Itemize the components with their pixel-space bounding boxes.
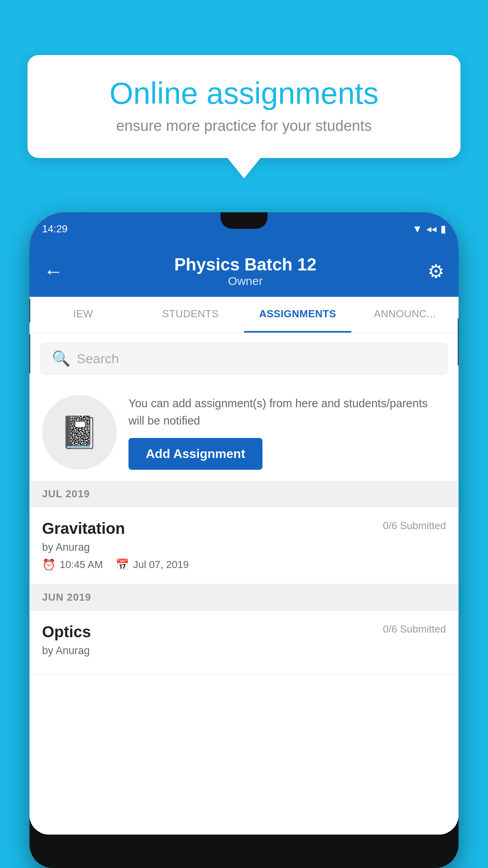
speech-bubble: Online assignments ensure more practice … — [28, 55, 460, 158]
speech-bubble-container: Online assignments ensure more practice … — [28, 55, 460, 178]
speech-bubble-tail — [227, 158, 261, 178]
assignment-date: 📅 Jul 07, 2019 — [116, 558, 189, 571]
assignment-row-top: Gravitation 0/6 Submitted — [42, 520, 446, 537]
tab-announcements[interactable]: ANNOUNC... — [351, 297, 459, 333]
tab-iew[interactable]: IEW — [29, 297, 137, 333]
wifi-icon: ▼ — [412, 223, 422, 235]
assignment-optics[interactable]: Optics 0/6 Submitted by Anurag — [29, 611, 459, 675]
assignment-name-optics: Optics — [42, 623, 91, 641]
tabs-container: IEW STUDENTS ASSIGNMENTS ANNOUNC... — [29, 297, 459, 333]
promo-section: 📓 You can add assignment(s) from here an… — [29, 384, 459, 481]
promo-icon-circle: 📓 — [42, 395, 117, 470]
status-icons: ▼ ◂◂ ▮ — [412, 223, 446, 235]
phone-power-button — [458, 318, 459, 366]
settings-icon[interactable]: ⚙ — [427, 260, 444, 282]
assignment-name: Gravitation — [42, 520, 125, 537]
phone-volume-up-button — [29, 299, 30, 322]
search-container: 🔍 Search — [29, 333, 459, 384]
phone-frame: 14:29 ▼ ◂◂ ▮ ← Physics Batch 12 Owner ⚙ … — [29, 212, 459, 868]
app-bar-subtitle: Owner — [63, 274, 427, 288]
tab-students[interactable]: STUDENTS — [137, 297, 244, 333]
signal-icon: ◂◂ — [426, 223, 437, 235]
phone-notch — [220, 212, 268, 229]
assignment-submitted: 0/6 Submitted — [383, 520, 446, 532]
clock-icon: ⏰ — [42, 558, 56, 571]
status-bar: 14:29 ▼ ◂◂ ▮ — [29, 212, 459, 246]
app-bar-title: Physics Batch 12 — [63, 255, 427, 274]
speech-bubble-subtitle: ensure more practice for your students — [53, 118, 435, 134]
assignment-gravitation[interactable]: Gravitation 0/6 Submitted by Anurag ⏰ 10… — [29, 507, 459, 584]
search-icon: 🔍 — [52, 350, 70, 367]
section-jul-2019: JUL 2019 — [29, 481, 459, 507]
promo-text: You can add assignment(s) from here and … — [128, 395, 446, 429]
battery-icon: ▮ — [440, 223, 446, 235]
calendar-icon: 📅 — [116, 558, 129, 571]
add-assignment-button[interactable]: Add Assignment — [128, 438, 262, 470]
date-value: Jul 07, 2019 — [133, 559, 189, 571]
content-area: 🔍 Search 📓 You can add assignment(s) fro… — [29, 333, 459, 835]
section-jun-2019: JUN 2019 — [29, 584, 459, 611]
search-bar[interactable]: 🔍 Search — [40, 342, 448, 375]
assignment-row-top-optics: Optics 0/6 Submitted — [42, 623, 446, 641]
back-button[interactable]: ← — [44, 260, 63, 283]
assignment-time: ⏰ 10:45 AM — [42, 558, 103, 571]
status-time: 14:29 — [42, 223, 68, 235]
phone-volume-down-button — [29, 334, 30, 373]
assignment-meta: ⏰ 10:45 AM 📅 Jul 07, 2019 — [42, 558, 446, 571]
promo-right: You can add assignment(s) from here and … — [128, 395, 446, 470]
assignment-by-optics: by Anurag — [42, 645, 446, 657]
time-value: 10:45 AM — [60, 559, 103, 571]
search-placeholder: Search — [77, 351, 119, 366]
tab-assignments[interactable]: ASSIGNMENTS — [244, 297, 351, 333]
assignment-submitted-optics: 0/6 Submitted — [383, 623, 446, 635]
notebook-icon: 📓 — [60, 414, 99, 451]
phone-screen: 14:29 ▼ ◂◂ ▮ ← Physics Batch 12 Owner ⚙ … — [29, 212, 459, 835]
speech-bubble-title: Online assignments — [53, 77, 435, 110]
assignment-by: by Anurag — [42, 541, 446, 554]
app-bar-center: Physics Batch 12 Owner — [63, 255, 427, 288]
app-bar: ← Physics Batch 12 Owner ⚙ — [29, 246, 459, 297]
